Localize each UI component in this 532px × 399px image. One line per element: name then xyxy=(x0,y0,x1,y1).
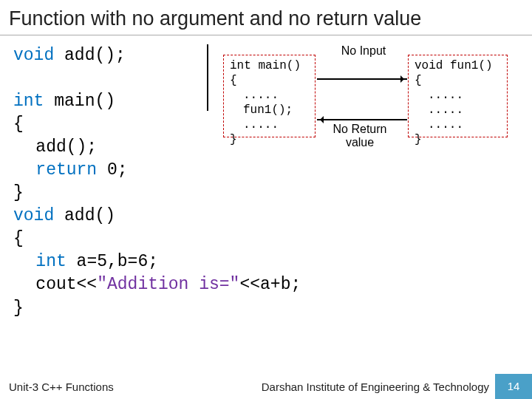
string-literal: "Addition is=" xyxy=(97,275,239,294)
caller-box: int main() { ..... fun1(); ..... } xyxy=(223,55,316,137)
keyword-return: return xyxy=(35,160,97,180)
brace-close: } xyxy=(230,132,309,147)
code-text: 0; xyxy=(97,160,127,180)
brace-close: } xyxy=(13,183,24,202)
code-text: add() xyxy=(54,206,115,225)
footer-institute: Darshan Institute of Engineering & Techn… xyxy=(177,381,495,393)
slide-footer: Unit-3 C++ Functions Darshan Institute o… xyxy=(0,374,532,399)
keyword-void: void xyxy=(13,46,54,65)
code-text: <<a+b; xyxy=(239,275,301,294)
ellipsis: ..... xyxy=(415,117,501,132)
callee-box: void fun1() { ..... ..... ..... } xyxy=(408,55,508,137)
keyword-int: int xyxy=(13,92,44,111)
brace-open: { xyxy=(415,73,501,88)
code-text: cout<< xyxy=(35,275,97,294)
slide-body: void add(); int main() { add(); return 0… xyxy=(0,35,532,361)
call-line: fun1(); xyxy=(230,103,309,117)
ellipsis: ..... xyxy=(230,117,309,132)
code-text: a=5,b=6; xyxy=(66,252,158,271)
code-text: add(); xyxy=(54,46,126,65)
code-text: add(); xyxy=(35,137,97,157)
ellipsis: ..... xyxy=(230,88,309,103)
keyword-int: int xyxy=(35,252,66,271)
caller-sig: int main() xyxy=(230,58,309,73)
brace-open: { xyxy=(13,115,24,134)
ellipsis: ..... xyxy=(415,103,501,117)
keyword-void: void xyxy=(13,206,54,225)
brace-open: { xyxy=(230,73,309,88)
brace-open: { xyxy=(13,229,24,248)
arrow-right-icon xyxy=(317,78,407,80)
brace-close: } xyxy=(415,132,501,147)
slide-title: Function with no argument and no return … xyxy=(0,0,532,35)
call-flow-diagram: int main() { ..... fun1(); ..... } void … xyxy=(223,49,519,167)
code-text: main() xyxy=(44,92,115,111)
brace-close: } xyxy=(13,299,24,318)
vertical-divider xyxy=(207,44,208,111)
no-return-label: No Return value xyxy=(319,123,400,149)
footer-page-number: 14 xyxy=(495,374,532,399)
ellipsis: ..... xyxy=(415,88,501,103)
no-input-label: No Input xyxy=(327,44,400,58)
arrow-left-icon xyxy=(317,119,407,120)
footer-unit: Unit-3 C++ Functions xyxy=(0,381,177,393)
callee-sig: void fun1() xyxy=(415,58,501,73)
